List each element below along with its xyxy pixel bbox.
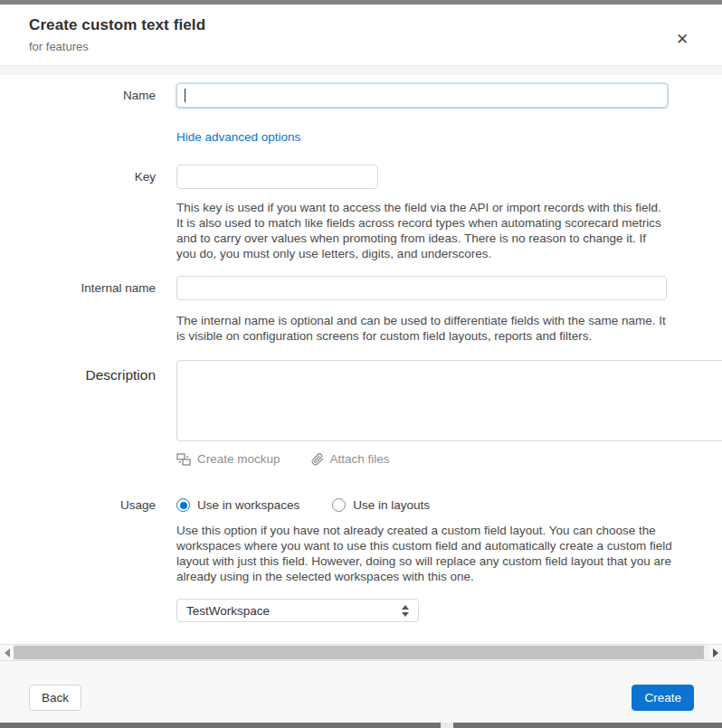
page-title: Create custom text field: [29, 16, 693, 34]
usage-radio-group: Use in workspaces Use in layouts: [176, 498, 722, 512]
text-caret: [185, 89, 185, 102]
back-button[interactable]: Back: [29, 685, 81, 711]
description-toolbar-row: Create mockup Attach files: [0, 452, 722, 466]
radio-use-in-workspaces[interactable]: Use in workspaces: [176, 498, 299, 512]
modal-footer: Back Create: [0, 661, 722, 723]
usage-row: Usage Use in workspaces Use in layouts: [0, 498, 722, 512]
header-divider: [0, 65, 722, 75]
scrollbar-left-arrow-icon[interactable]: [0, 645, 14, 660]
radio-use-in-layouts[interactable]: Use in layouts: [332, 498, 430, 512]
horizontal-scrollbar[interactable]: [0, 644, 722, 661]
internal-name-help-text: The internal name is optional and can be…: [176, 313, 670, 344]
workspace-select[interactable]: TestWorkspace: [176, 599, 419, 622]
key-help-row: This key is used if you want to access t…: [0, 200, 722, 261]
usage-help-row: Use this option if you have not already …: [0, 523, 722, 584]
internal-name-label: Internal name: [0, 281, 156, 295]
radio-unselected-icon[interactable]: [332, 498, 346, 512]
scrollbar-thumb[interactable]: [14, 646, 704, 659]
description-textarea[interactable]: [176, 360, 722, 441]
internal-name-input[interactable]: [176, 276, 667, 300]
attach-files-button[interactable]: Attach files: [311, 452, 390, 466]
modal-subtitle: for features: [29, 40, 693, 53]
modal-body: Name Hide advanced options Key Th: [0, 75, 722, 644]
description-row: Description: [0, 360, 722, 445]
create-button[interactable]: Create: [632, 685, 694, 711]
key-label: Key: [0, 170, 156, 184]
description-toolbar: Create mockup Attach files: [176, 452, 722, 466]
workspace-select-value: TestWorkspace: [186, 604, 270, 618]
key-input[interactable]: [176, 165, 378, 189]
page-background-bottom-strip: [0, 723, 722, 728]
workspace-select-row: TestWorkspace: [0, 599, 722, 622]
modal-header: Create custom text field for features ✕: [0, 5, 722, 65]
scrollbar-right-arrow-icon[interactable]: [708, 645, 722, 660]
paperclip-icon: [311, 453, 324, 466]
key-row: Key: [0, 165, 722, 189]
create-custom-field-modal: Create custom text field for features ✕ …: [0, 0, 722, 728]
radio-selected-icon[interactable]: [176, 498, 190, 512]
description-label: Description: [0, 360, 156, 383]
internal-name-help-row: The internal name is optional and can be…: [0, 313, 722, 344]
close-icon[interactable]: ✕: [672, 30, 692, 50]
usage-label: Usage: [0, 498, 156, 512]
create-mockup-button[interactable]: Create mockup: [176, 452, 280, 466]
hide-advanced-options-link[interactable]: Hide advanced options: [176, 130, 300, 144]
usage-help-text: Use this option if you have not already …: [176, 523, 699, 584]
name-input[interactable]: [176, 83, 668, 108]
scrollbar-track[interactable]: [14, 645, 708, 660]
key-help-text: This key is used if you want to access t…: [176, 200, 667, 261]
name-label: Name: [0, 89, 156, 102]
mockup-icon: [176, 453, 191, 466]
advanced-options-row: Hide advanced options: [0, 128, 722, 145]
select-stepper-icon: [402, 605, 409, 617]
internal-name-row: Internal name: [0, 276, 722, 300]
name-row: Name: [0, 83, 722, 108]
